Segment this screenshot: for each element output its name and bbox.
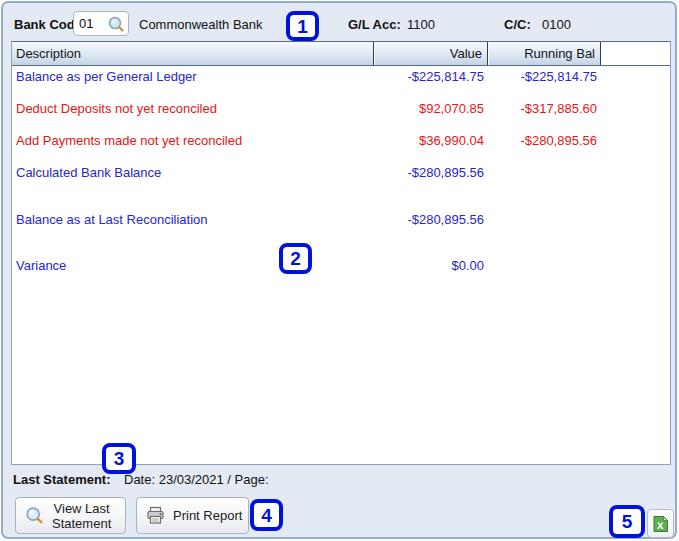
annotation-5: 5 [609, 505, 645, 538]
print-report-label: Print Report [173, 508, 242, 523]
view-last-statement-label-line2: Statement [52, 516, 111, 531]
excel-icon [652, 515, 669, 533]
annotation-3: 3 [102, 443, 136, 474]
grid-header: Description Value Running Bal [12, 42, 670, 66]
table-row: Calculated Bank Balance -$280,895.56 [12, 164, 670, 182]
table-row: Deduct Deposits not yet reconciled $92,0… [12, 100, 670, 118]
row-description: Balance as at Last Reconciliation [16, 211, 374, 229]
cc-value: 0100 [542, 17, 571, 32]
magnifier-icon[interactable] [107, 15, 125, 33]
last-statement-value: Date: 23/03/2021 / Page: [124, 472, 269, 487]
print-report-button[interactable]: Print Report [136, 497, 249, 534]
gl-acc-label: G/L Acc: [348, 17, 401, 32]
annotation-1: 1 [286, 11, 319, 41]
row-value: -$225,814.75 [375, 68, 484, 86]
column-header-value[interactable]: Value [375, 42, 488, 65]
bank-reconciliation-window: Bank Code: Commonwealth Bank G/L Acc: 11… [0, 0, 679, 541]
bank-code-input[interactable] [79, 15, 107, 32]
reconciliation-grid: Description Value Running Bal Balance as… [11, 41, 671, 465]
gl-acc-value: 1100 [407, 17, 435, 32]
view-last-statement-button[interactable]: View Last Statement [15, 497, 126, 534]
bank-reconciliation-panel: Bank Code: Commonwealth Bank G/L Acc: 11… [1, 1, 677, 539]
row-running-bal: -$280,895.56 [489, 132, 597, 150]
view-last-statement-label-line1: View Last [54, 501, 110, 516]
row-description: Calculated Bank Balance [16, 164, 374, 182]
row-running-bal [489, 257, 597, 275]
table-row: Add Payments made not yet reconciled $36… [12, 132, 670, 150]
row-value: -$280,895.56 [375, 164, 484, 182]
row-value: $36,990.04 [375, 132, 484, 150]
row-value: $92,070.85 [375, 100, 484, 118]
annotation-4: 4 [250, 499, 283, 531]
printer-icon [146, 506, 165, 525]
row-value: -$280,895.56 [375, 211, 484, 229]
table-row: Balance as per General Ledger -$225,814.… [12, 68, 670, 86]
row-description: Balance as per General Ledger [16, 68, 374, 86]
row-value: $0.00 [375, 257, 484, 275]
row-running-bal: -$225,814.75 [489, 68, 597, 86]
cc-label: C/C: [504, 17, 531, 32]
bank-name: Commonwealth Bank [139, 17, 263, 32]
row-description: Variance [16, 257, 374, 275]
magnifier-icon [25, 506, 44, 525]
table-row: Variance $0.00 [12, 257, 670, 275]
table-row: Balance as at Last Reconciliation -$280,… [12, 211, 670, 229]
row-description: Deduct Deposits not yet reconciled [16, 100, 374, 118]
column-header-description[interactable]: Description [12, 42, 374, 65]
bank-code-field[interactable] [73, 11, 129, 36]
row-running-bal [489, 211, 597, 229]
export-excel-button[interactable] [647, 509, 674, 538]
annotation-2: 2 [279, 243, 312, 274]
row-running-bal: -$317,885.60 [489, 100, 597, 118]
column-header-running-bal[interactable]: Running Bal [489, 42, 601, 65]
row-description: Add Payments made not yet reconciled [16, 132, 374, 150]
last-statement-label: Last Statement: [13, 472, 111, 487]
row-running-bal [489, 164, 597, 182]
